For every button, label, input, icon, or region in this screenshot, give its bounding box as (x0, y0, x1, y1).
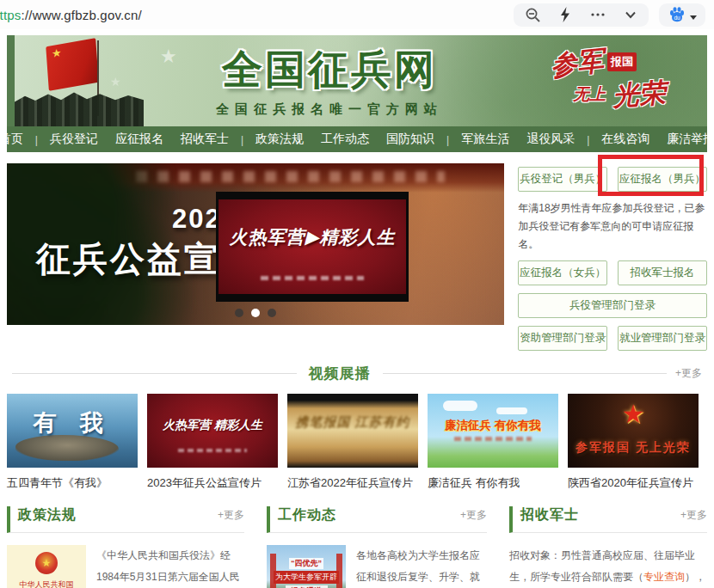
panel-note: 年满18岁男性青年应参加兵役登记，已参加兵役登记有参军意向的可申请应征报名。 (518, 199, 707, 254)
thumbnail-overlay-text: 廉洁征兵 有你有我 (428, 418, 558, 433)
video-caption[interactable]: 廉洁征兵 有你有我 (428, 475, 558, 491)
policy-more-link[interactable]: +更多 (218, 508, 244, 523)
nav-divider (35, 132, 38, 146)
video-cards: 有 我 五四青年节《有我》 火热军营 精彩人生 2023年征兵公益宣传片 携笔报… (7, 394, 707, 491)
recruit-title: 招收军士 (520, 506, 579, 524)
recruit-text: 招收对象：男性普通高校应届、往届毕业生，所学专业符合部队需要（专业查询），未婚，… (509, 545, 707, 588)
slogan-baoguo-badge: 报国 (607, 52, 637, 71)
national-emblem-icon: ★ (35, 552, 58, 574)
work-header: 工作动态 +更多 (267, 506, 487, 533)
video-caption[interactable]: 江苏省2022年征兵宣传片 (287, 475, 418, 491)
video-screen-credits-blur (261, 276, 364, 280)
url-text[interactable]: https://www.gfbzb.gov.cn/ (0, 8, 142, 22)
nav-item-zaixianzixun[interactable]: 在线咨询 (601, 132, 649, 147)
carousel-banner[interactable]: 2023年 征兵公益宣传片 火热军营▶精彩人生 (7, 163, 504, 325)
video-thumbnail: 有 我 (7, 394, 138, 468)
bingyi-admin-login-button[interactable]: 兵役管理部门登录 (518, 293, 707, 318)
baidu-extension-button[interactable]: du (659, 3, 705, 27)
video-card[interactable]: 携笔报国 江苏有约 江苏省2022年征兵宣传片 (287, 394, 418, 491)
nav-item-yingzhengbaoming[interactable]: 应征报名 (115, 132, 163, 147)
video-section-header: 视频展播 +更多 (7, 364, 707, 383)
major-query-link[interactable]: 专业查询 (643, 571, 685, 583)
work-item[interactable]: “四优先” 为大学生参军开辟 “绿色通道” 各地各高校为大学生报名应征和退役后复… (267, 545, 487, 588)
video-screen-inner: 火热军营▶精彩人生 (219, 199, 406, 294)
carousel-dot-3[interactable] (268, 309, 276, 317)
lightning-icon[interactable] (558, 7, 572, 22)
policy-column: 政策法规 +更多 ★ 中华人民共和国 兵役法 《中华人民共和国兵役法》经1984… (7, 506, 244, 588)
policy-item[interactable]: ★ 中华人民共和国 兵役法 《中华人民共和国兵役法》经1984年5月31日第六届… (7, 545, 244, 588)
carousel-dot-2-active[interactable] (251, 309, 260, 317)
nav-item-bingyidengji[interactable]: 兵役登记 (50, 132, 98, 147)
bingyi-dengji-male-button[interactable]: 兵役登记（男兵） (518, 167, 607, 192)
nav-item-home[interactable]: 首页 (0, 132, 23, 147)
yingzheng-baoming-female-button[interactable]: 应征报名（女兵） (518, 260, 607, 285)
red-star-icon: ★ (622, 399, 645, 429)
recruit-item: 招收对象：男性普通高校应届、往届毕业生，所学专业符合部队需要（专业查询），未婚，… (509, 545, 707, 588)
slogan-wushang: 无上 (573, 83, 606, 106)
work-more-link[interactable]: +更多 (460, 508, 487, 523)
browser-address-bar: https://www.gfbzb.gov.cn/ (0, 0, 714, 29)
troop-silhouette-graphic (15, 89, 144, 126)
video-caption[interactable]: 五四青年节《有我》 (7, 475, 138, 491)
nav-item-guofangzhishi[interactable]: 国防知识 (386, 132, 434, 147)
video-more-link[interactable]: +更多 (675, 366, 702, 381)
nav-item-junlvshenghuo[interactable]: 军旅生活 (461, 132, 509, 147)
url-scheme: https (0, 8, 22, 22)
video-screen-slogan: 火热军营▶精彩人生 (219, 225, 406, 249)
nav-item-tuiyifengcai[interactable]: 退役风采 (526, 132, 575, 147)
button-row-3: 资助管理部门登录 就业管理部门登录 (518, 326, 707, 351)
thumbnail-overlay-text: 火热军营 精彩人生 (147, 418, 278, 433)
site-subtitle: 全国征兵报名唯一官方网站 (145, 101, 514, 118)
page: https://www.gfbzb.gov.cn/ (0, 0, 714, 588)
divider-line (383, 373, 668, 374)
site-banner: ★ ★ 全国征兵网 全国征兵报名唯一官方网站 参军 报国 无上 光荣 (7, 35, 707, 126)
video-thumbnail: 火热军营 精彩人生 (147, 394, 278, 468)
zhaoshou-junshi-button[interactable]: 招收军士报名 (618, 260, 707, 285)
video-card[interactable]: 有 我 五四青年节《有我》 (7, 394, 138, 491)
video-section: 视频展播 +更多 有 我 五四青年节《有我》 火热军营 精彩人生 2023年征兵… (7, 364, 707, 491)
video-caption[interactable]: 陕西省2020年征兵宣传片 (568, 475, 699, 491)
video-thumbnail: 携笔报国 江苏有约 (287, 394, 418, 468)
work-text: 各地各高校为大学生报名应征和退役后复学、升学、就业等，实施“一站式”服务、“一条… (356, 545, 487, 588)
site-title: 全国征兵网 (145, 43, 514, 97)
work-thumb-line3: “绿色通道” (286, 585, 328, 588)
slogan-guangrong: 光荣 (612, 75, 668, 114)
policy-thumb-line1: 中华人民共和国 (20, 579, 74, 588)
zoom-out-icon[interactable] (525, 7, 541, 23)
banner-slogan: 参军 报国 无上 光荣 (551, 46, 688, 116)
video-card[interactable]: 廉洁征兵 有你有我 廉洁征兵 有你有我 (428, 394, 558, 491)
policy-title: 政策法规 (18, 506, 77, 524)
ellipsis-icon[interactable] (589, 7, 606, 22)
thumbnail-overlay-text: 携笔报国 江苏有约 (287, 414, 418, 431)
carousel-dot-1[interactable] (235, 309, 243, 317)
nav-item-lianjiejubao[interactable]: 廉洁举报 (667, 132, 714, 147)
policy-summary: 《中华人民共和国兵役法》经1984年5月31日第六届全国人民代表大会第2次会议通… (96, 549, 240, 588)
nav-item-gongzuodongtai[interactable]: 工作动态 (321, 132, 369, 147)
jiuye-admin-login-button[interactable]: 就业管理部门登录 (618, 326, 707, 351)
recruit-more-link[interactable]: +更多 (680, 508, 707, 523)
svg-text:du: du (674, 15, 680, 21)
nav-divider (446, 132, 449, 146)
work-column: 工作动态 +更多 “四优先” 为大学生参军开辟 “绿色通道” 各地各高校为大学生… (267, 506, 487, 588)
baidu-dropdown-caret (690, 15, 697, 20)
thumbnail-overlay-text: 参军报国 无上光荣 (568, 440, 699, 456)
red-flag-graphic (46, 38, 98, 91)
policy-header: 政策法规 +更多 (7, 506, 244, 533)
chevron-down-icon[interactable] (624, 8, 637, 21)
zizhu-admin-login-button[interactable]: 资助管理部门登录 (518, 326, 607, 351)
work-thumb-line1: “四优先” (289, 558, 323, 569)
divider-line (12, 373, 297, 374)
video-thumbnail: ★ 参军报国 无上光荣 (568, 394, 699, 468)
banner-title-block: 全国征兵网 全国征兵报名唯一官方网站 (145, 43, 514, 118)
video-caption[interactable]: 2023年征兵公益宣传片 (147, 475, 278, 491)
carousel-video-screen: 火热军营▶精彩人生 (216, 192, 409, 302)
video-card[interactable]: 火热军营 精彩人生 2023年征兵公益宣传片 (147, 394, 278, 491)
button-row-2: 应征报名（女兵） 招收军士报名 (518, 260, 707, 285)
nav-item-zhaoshoujunshi[interactable]: 招收军士 (181, 132, 229, 147)
video-section-title: 视频展播 (309, 364, 371, 383)
work-summary: 各地各高校为大学生报名应征和退役后复学、升学、就业等，实施“一站式”服务、“一条… (356, 549, 480, 588)
work-thumbnail: “四优先” 为大学生参军开辟 “绿色通道” (267, 545, 346, 588)
video-card[interactable]: ★ 参军报国 无上光荣 陕西省2020年征兵宣传片 (568, 394, 699, 491)
nav-item-zhengcefagui[interactable]: 政策法规 (255, 132, 304, 147)
nav-divider (241, 132, 243, 146)
